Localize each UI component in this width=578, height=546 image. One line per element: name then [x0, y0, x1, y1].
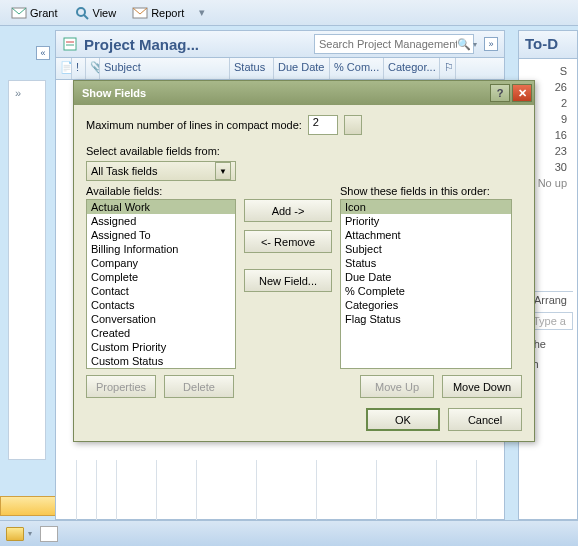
bottom-row-2: OK Cancel [86, 408, 522, 431]
cal-day-s[interactable]: S [523, 63, 573, 79]
view-button[interactable]: View [67, 2, 124, 24]
col-priority[interactable]: ! [72, 58, 86, 79]
expand-icon[interactable]: » [9, 81, 45, 105]
pane-header: Project Manag... 🔍 ▾ » [55, 30, 505, 58]
ok-button[interactable]: OK [366, 408, 440, 431]
properties-button[interactable]: Properties [86, 375, 156, 398]
report-label: Report [151, 7, 184, 19]
col-subject[interactable]: Subject [100, 58, 230, 79]
col-cat[interactable]: Categor... [384, 58, 440, 79]
shown-item[interactable]: Flag Status [341, 312, 511, 326]
remove-button[interactable]: <- Remove [244, 230, 332, 253]
new-field-button[interactable]: New Field... [244, 269, 332, 292]
select-from-value: All Task fields [91, 165, 215, 177]
delete-button[interactable]: Delete [164, 375, 234, 398]
available-item[interactable]: Custom Status [87, 354, 235, 368]
available-item[interactable]: Assigned [87, 214, 235, 228]
help-button[interactable]: ? [490, 84, 510, 102]
col-pcom[interactable]: % Com... [330, 58, 384, 79]
maxlines-spinner[interactable] [344, 115, 362, 135]
show-fields-dialog: Show Fields ? ✕ Maximum number of lines … [73, 80, 535, 442]
project-icon [62, 36, 78, 52]
available-item[interactable]: Actual Work [87, 200, 235, 214]
dialog-body: Maximum number of lines in compact mode:… [74, 105, 534, 441]
todo-title: To-D [519, 31, 577, 59]
svg-point-1 [77, 8, 85, 16]
folder-dropdown-icon[interactable]: ▾ [28, 529, 32, 538]
view-normal-icon[interactable] [40, 526, 58, 542]
collapse-pane-button[interactable]: » [484, 37, 498, 51]
search-input[interactable] [319, 38, 457, 50]
shown-column: Show these fields in this order: IconPri… [340, 185, 512, 369]
available-item[interactable]: Contacts [87, 298, 235, 312]
shown-listbox[interactable]: IconPriorityAttachmentSubjectStatusDue D… [340, 199, 512, 369]
available-item[interactable]: Created [87, 326, 235, 340]
dropdown-icon[interactable]: ▾ [199, 6, 205, 19]
col-flag[interactable]: ⚐ [440, 58, 456, 79]
maxlines-label: Maximum number of lines in compact mode: [86, 119, 302, 131]
available-item[interactable]: Assigned To [87, 228, 235, 242]
movedown-button[interactable]: Move Down [442, 375, 522, 398]
grant-icon [11, 5, 27, 21]
status-bar: ▾ [0, 520, 578, 546]
select-from-label: Select available fields from: [86, 145, 522, 157]
bottom-row-1: Properties Delete Move Up Move Down [86, 375, 522, 398]
close-button[interactable]: ✕ [512, 84, 532, 102]
search-icon[interactable]: 🔍 [457, 38, 471, 51]
search-box[interactable]: 🔍 ▾ [314, 34, 474, 54]
fields-columns: Available fields: Actual WorkAssignedAss… [86, 185, 522, 369]
shown-item[interactable]: Categories [341, 298, 511, 312]
shown-label: Show these fields in this order: [340, 185, 512, 197]
dialog-titlebar[interactable]: Show Fields ? ✕ [74, 81, 534, 105]
available-column: Available fields: Actual WorkAssignedAss… [86, 185, 236, 369]
taskbar-active-item[interactable] [0, 496, 56, 516]
grant-label: Grant [30, 7, 58, 19]
available-label: Available fields: [86, 185, 236, 197]
col-due[interactable]: Due Date [274, 58, 330, 79]
col-icon[interactable]: 📄 [56, 58, 72, 79]
ribbon-toolbar: Grant View Report ▾ [0, 0, 578, 26]
view-label: View [93, 7, 117, 19]
report-icon [132, 5, 148, 21]
col-status[interactable]: Status [230, 58, 274, 79]
middle-buttons: Add -> <- Remove New Field... [244, 185, 332, 369]
shown-item[interactable]: Attachment [341, 228, 511, 242]
shown-item[interactable]: Priority [341, 214, 511, 228]
available-item[interactable]: Conversation [87, 312, 235, 326]
available-item[interactable]: Company [87, 256, 235, 270]
svg-line-2 [84, 15, 88, 19]
shown-item[interactable]: Subject [341, 242, 511, 256]
moveup-button[interactable]: Move Up [360, 375, 434, 398]
maxlines-input[interactable]: 2 [308, 115, 338, 135]
view-icon [74, 5, 90, 21]
shown-item[interactable]: Due Date [341, 270, 511, 284]
nav-pane-collapsed: » [8, 80, 46, 460]
cancel-button[interactable]: Cancel [448, 408, 522, 431]
shown-item[interactable]: % Complete [341, 284, 511, 298]
available-item[interactable]: Contact [87, 284, 235, 298]
available-listbox[interactable]: Actual WorkAssignedAssigned ToBilling In… [86, 199, 236, 369]
shown-item[interactable]: Status [341, 256, 511, 270]
column-header-row: 📄 ! 📎 Subject Status Due Date % Com... C… [55, 58, 505, 80]
collapse-nav-button[interactable]: « [36, 46, 50, 60]
col-attach[interactable]: 📎 [86, 58, 100, 79]
dialog-title-text: Show Fields [82, 87, 488, 99]
grant-button[interactable]: Grant [4, 2, 65, 24]
add-button[interactable]: Add -> [244, 199, 332, 222]
search-dropdown-icon[interactable]: ▾ [473, 40, 477, 49]
pane-title: Project Manag... [84, 36, 308, 53]
available-item[interactable]: Custom Priority [87, 340, 235, 354]
maxlines-row: Maximum number of lines in compact mode:… [86, 115, 522, 135]
svg-rect-4 [64, 38, 76, 50]
shown-item[interactable]: Icon [341, 200, 511, 214]
folder-icon[interactable] [6, 527, 24, 541]
report-button[interactable]: Report [125, 2, 191, 24]
available-item[interactable]: Complete [87, 270, 235, 284]
select-from-combo[interactable]: All Task fields ▼ [86, 161, 236, 181]
chevron-down-icon: ▼ [215, 162, 231, 180]
available-item[interactable]: Billing Information [87, 242, 235, 256]
available-item[interactable]: Date Completed [87, 368, 235, 369]
